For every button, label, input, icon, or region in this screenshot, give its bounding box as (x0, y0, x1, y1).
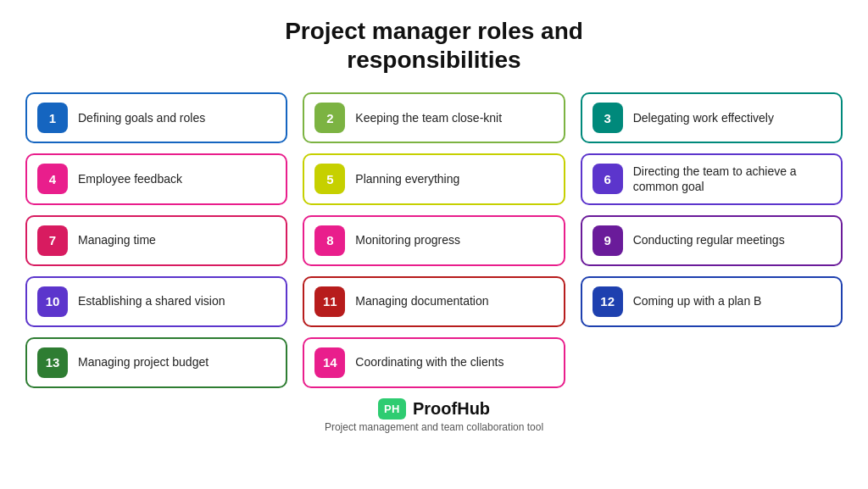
card-badge: 7 (37, 225, 68, 256)
list-item: 7 Managing time (25, 215, 287, 266)
footer: PH ProofHub Project management and team … (325, 398, 543, 433)
card-label: Delegating work effectively (633, 110, 774, 125)
list-item: 10 Establishing a shared vision (25, 276, 287, 327)
card-label: Employee feedback (78, 171, 182, 186)
footer-brand: PH ProofHub (378, 398, 490, 420)
card-badge: 5 (314, 164, 345, 194)
card-label: Directing the team to achieve a common g… (633, 164, 831, 194)
card-label: Managing documentation (355, 293, 488, 308)
card-label: Conducting regular meetings (633, 232, 785, 247)
card-badge: 3 (593, 103, 623, 133)
brand-name: ProofHub (413, 399, 490, 419)
footer-tagline: Project management and team collaboratio… (325, 421, 543, 433)
card-badge: 9 (593, 225, 623, 256)
card-label: Defining goals and roles (78, 110, 205, 125)
card-badge: 1 (37, 103, 68, 133)
list-item: 2 Keeping the team close-knit (303, 92, 565, 143)
list-item: 9 Conducting regular meetings (581, 215, 843, 266)
card-label: Managing project budget (78, 354, 209, 370)
footer-logo: PH (378, 398, 406, 420)
list-item: 14 Coordinating with the clients (303, 337, 565, 388)
card-badge: 8 (314, 225, 345, 256)
list-item: 11 Managing documentation (303, 276, 565, 327)
card-badge: 6 (593, 164, 623, 194)
list-item: 8 Monitoring progress (303, 215, 565, 266)
card-label: Coordinating with the clients (355, 354, 504, 370)
list-item: 13 Managing project budget (25, 337, 287, 388)
list-item: 1 Defining goals and roles (25, 92, 287, 143)
card-badge: 10 (37, 286, 68, 317)
card-label: Planning everything (355, 171, 459, 186)
card-badge: 2 (314, 103, 345, 133)
card-label: Establishing a shared vision (78, 293, 225, 308)
list-item: 4 Employee feedback (25, 153, 287, 204)
card-badge: 14 (314, 347, 345, 378)
card-label: Monitoring progress (355, 232, 460, 247)
card-badge: 4 (37, 164, 68, 194)
card-badge: 13 (37, 347, 68, 378)
page-title: Project manager roles andresponsibilitie… (285, 17, 583, 74)
card-badge: 11 (314, 286, 345, 317)
list-item: 6 Directing the team to achieve a common… (581, 153, 843, 204)
list-item: 3 Delegating work effectively (581, 92, 843, 143)
list-item: 5 Planning everything (303, 153, 565, 204)
cards-grid: 1 Defining goals and roles 2 Keeping the… (25, 92, 843, 387)
card-label: Keeping the team close-knit (355, 110, 502, 125)
card-badge: 12 (593, 286, 623, 317)
list-item: 12 Coming up with a plan B (581, 276, 843, 327)
card-label: Managing time (78, 232, 156, 247)
card-label: Coming up with a plan B (633, 293, 762, 308)
